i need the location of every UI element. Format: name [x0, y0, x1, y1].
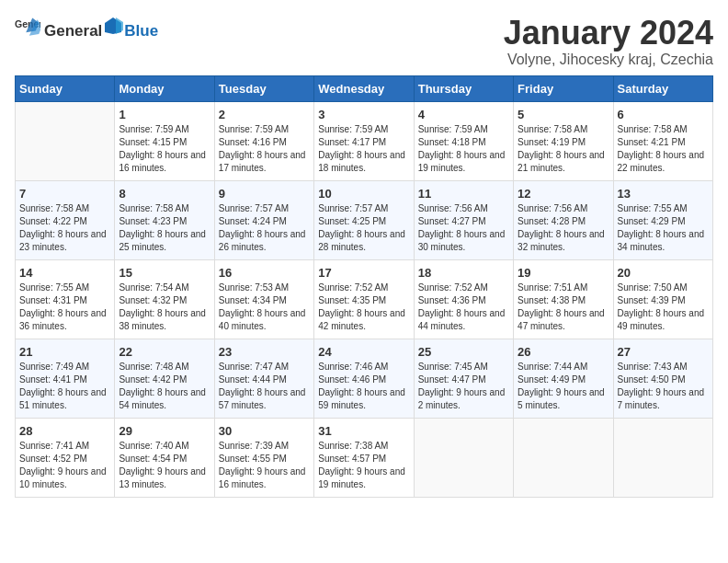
logo-icon: General — [15, 15, 40, 40]
logo-shape-icon — [103, 16, 123, 36]
calendar-cell: 2Sunrise: 7:59 AMSunset: 4:16 PMDaylight… — [214, 101, 313, 180]
day-info: Sunrise: 7:57 AMSunset: 4:24 PMDaylight:… — [219, 202, 310, 254]
calendar-cell: 17Sunrise: 7:52 AMSunset: 4:35 PMDayligh… — [314, 259, 414, 339]
day-info: Sunrise: 7:59 AMSunset: 4:17 PMDaylight:… — [318, 123, 409, 175]
day-number: 9 — [219, 187, 310, 201]
logo-wordmark: General Blue — [44, 16, 158, 40]
day-info: Sunrise: 7:55 AMSunset: 4:31 PMDaylight:… — [19, 282, 110, 333]
calendar-cell: 22Sunrise: 7:48 AMSunset: 4:42 PMDayligh… — [115, 339, 214, 418]
day-header-monday: Monday — [115, 75, 214, 101]
calendar-cell — [613, 418, 712, 497]
day-number: 6 — [618, 108, 709, 121]
day-info: Sunrise: 7:53 AMSunset: 4:34 PMDaylight:… — [219, 282, 310, 333]
calendar-cell — [16, 101, 115, 180]
day-number: 24 — [318, 345, 409, 359]
day-info: Sunrise: 7:38 AMSunset: 4:57 PMDaylight:… — [318, 440, 409, 491]
day-info: Sunrise: 7:52 AMSunset: 4:35 PMDaylight:… — [318, 282, 409, 333]
day-number: 17 — [318, 266, 409, 280]
calendar-cell: 8Sunrise: 7:58 AMSunset: 4:23 PMDaylight… — [115, 180, 214, 259]
day-header-wednesday: Wednesday — [314, 75, 414, 101]
day-number: 13 — [618, 187, 709, 201]
day-info: Sunrise: 7:54 AMSunset: 4:32 PMDaylight:… — [119, 282, 210, 333]
calendar-cell: 28Sunrise: 7:41 AMSunset: 4:52 PMDayligh… — [16, 418, 115, 497]
day-number: 10 — [318, 187, 409, 201]
day-number: 14 — [19, 266, 110, 280]
day-header-sunday: Sunday — [16, 75, 115, 101]
calendar-cell: 30Sunrise: 7:39 AMSunset: 4:55 PMDayligh… — [214, 418, 313, 497]
day-number: 31 — [318, 424, 409, 438]
calendar-cell: 5Sunrise: 7:58 AMSunset: 4:19 PMDaylight… — [514, 101, 613, 180]
calendar-header-row: SundayMondayTuesdayWednesdayThursdayFrid… — [16, 75, 713, 101]
day-info: Sunrise: 7:40 AMSunset: 4:54 PMDaylight:… — [119, 440, 210, 491]
day-number: 1 — [119, 108, 210, 121]
calendar-cell: 15Sunrise: 7:54 AMSunset: 4:32 PMDayligh… — [115, 259, 214, 339]
header: General General Blue January 2024 Volyne… — [15, 15, 713, 68]
day-info: Sunrise: 7:58 AMSunset: 4:22 PMDaylight:… — [19, 202, 110, 254]
day-number: 25 — [418, 345, 509, 359]
calendar-cell: 4Sunrise: 7:59 AMSunset: 4:18 PMDaylight… — [414, 101, 513, 180]
day-number: 12 — [518, 187, 609, 201]
day-info: Sunrise: 7:48 AMSunset: 4:42 PMDaylight:… — [119, 361, 210, 412]
day-info: Sunrise: 7:52 AMSunset: 4:36 PMDaylight:… — [418, 282, 509, 333]
day-info: Sunrise: 7:51 AMSunset: 4:38 PMDaylight:… — [518, 282, 609, 333]
calendar-cell — [414, 418, 513, 497]
title-area: January 2024 Volyne, Jihocesky kraj, Cze… — [504, 15, 713, 68]
day-info: Sunrise: 7:59 AMSunset: 4:15 PMDaylight:… — [119, 123, 210, 175]
day-number: 23 — [219, 345, 310, 359]
calendar-cell: 13Sunrise: 7:55 AMSunset: 4:29 PMDayligh… — [613, 180, 712, 259]
calendar-cell: 24Sunrise: 7:46 AMSunset: 4:46 PMDayligh… — [314, 339, 414, 418]
calendar-cell: 6Sunrise: 7:58 AMSunset: 4:21 PMDaylight… — [613, 101, 712, 180]
calendar-cell: 19Sunrise: 7:51 AMSunset: 4:38 PMDayligh… — [514, 259, 613, 339]
day-number: 28 — [19, 424, 110, 438]
day-header-thursday: Thursday — [414, 75, 513, 101]
calendar-cell: 11Sunrise: 7:56 AMSunset: 4:27 PMDayligh… — [414, 180, 513, 259]
logo: General General Blue — [15, 15, 158, 40]
calendar-week-3: 14Sunrise: 7:55 AMSunset: 4:31 PMDayligh… — [16, 259, 713, 339]
day-info: Sunrise: 7:58 AMSunset: 4:23 PMDaylight:… — [119, 202, 210, 254]
day-number: 16 — [219, 266, 310, 280]
calendar-table: SundayMondayTuesdayWednesdayThursdayFrid… — [15, 75, 713, 498]
day-info: Sunrise: 7:55 AMSunset: 4:29 PMDaylight:… — [618, 202, 709, 254]
day-number: 29 — [119, 424, 210, 438]
day-header-tuesday: Tuesday — [214, 75, 313, 101]
day-info: Sunrise: 7:39 AMSunset: 4:55 PMDaylight:… — [219, 440, 310, 491]
day-info: Sunrise: 7:56 AMSunset: 4:28 PMDaylight:… — [518, 202, 609, 254]
calendar-cell: 25Sunrise: 7:45 AMSunset: 4:47 PMDayligh… — [414, 339, 513, 418]
day-number: 22 — [119, 345, 210, 359]
day-number: 21 — [19, 345, 110, 359]
day-info: Sunrise: 7:47 AMSunset: 4:44 PMDaylight:… — [219, 361, 310, 412]
calendar-cell: 1Sunrise: 7:59 AMSunset: 4:15 PMDaylight… — [115, 101, 214, 180]
day-info: Sunrise: 7:49 AMSunset: 4:41 PMDaylight:… — [19, 361, 110, 412]
day-number: 15 — [119, 266, 210, 280]
day-info: Sunrise: 7:59 AMSunset: 4:18 PMDaylight:… — [418, 123, 509, 175]
day-info: Sunrise: 7:58 AMSunset: 4:21 PMDaylight:… — [618, 123, 709, 175]
day-number: 26 — [518, 345, 609, 359]
day-number: 7 — [19, 187, 110, 201]
calendar-title: January 2024 — [504, 15, 713, 52]
logo-general: General — [44, 22, 102, 40]
day-info: Sunrise: 7:59 AMSunset: 4:16 PMDaylight:… — [219, 123, 310, 175]
calendar-cell: 7Sunrise: 7:58 AMSunset: 4:22 PMDaylight… — [16, 180, 115, 259]
calendar-week-1: 1Sunrise: 7:59 AMSunset: 4:15 PMDaylight… — [16, 101, 713, 180]
day-number: 4 — [418, 108, 509, 121]
calendar-cell: 9Sunrise: 7:57 AMSunset: 4:24 PMDaylight… — [214, 180, 313, 259]
calendar-cell — [514, 418, 613, 497]
day-number: 11 — [418, 187, 509, 201]
day-number: 30 — [219, 424, 310, 438]
calendar-cell: 29Sunrise: 7:40 AMSunset: 4:54 PMDayligh… — [115, 418, 214, 497]
calendar-cell: 21Sunrise: 7:49 AMSunset: 4:41 PMDayligh… — [16, 339, 115, 418]
day-info: Sunrise: 7:58 AMSunset: 4:19 PMDaylight:… — [518, 123, 609, 175]
day-info: Sunrise: 7:57 AMSunset: 4:25 PMDaylight:… — [318, 202, 409, 254]
svg-marker-2 — [116, 17, 123, 34]
day-info: Sunrise: 7:44 AMSunset: 4:49 PMDaylight:… — [518, 361, 609, 412]
day-header-saturday: Saturday — [613, 75, 712, 101]
calendar-cell: 27Sunrise: 7:43 AMSunset: 4:50 PMDayligh… — [613, 339, 712, 418]
calendar-cell: 12Sunrise: 7:56 AMSunset: 4:28 PMDayligh… — [514, 180, 613, 259]
calendar-cell: 18Sunrise: 7:52 AMSunset: 4:36 PMDayligh… — [414, 259, 513, 339]
calendar-cell: 16Sunrise: 7:53 AMSunset: 4:34 PMDayligh… — [214, 259, 313, 339]
calendar-cell: 26Sunrise: 7:44 AMSunset: 4:49 PMDayligh… — [514, 339, 613, 418]
logo-blue: Blue — [124, 22, 158, 40]
day-info: Sunrise: 7:43 AMSunset: 4:50 PMDaylight:… — [618, 361, 709, 412]
calendar-cell: 20Sunrise: 7:50 AMSunset: 4:39 PMDayligh… — [613, 259, 712, 339]
calendar-subtitle: Volyne, Jihocesky kraj, Czechia — [504, 52, 713, 68]
